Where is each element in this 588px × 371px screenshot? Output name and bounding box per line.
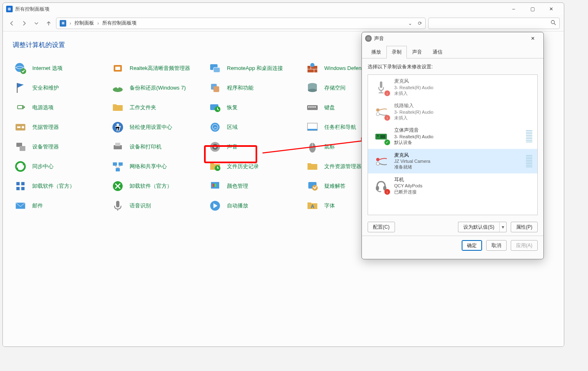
back-button[interactable] xyxy=(7,18,17,28)
cp-item-18[interactable]: 声音 xyxy=(205,137,302,157)
dialog-title: 声音 xyxy=(374,35,384,42)
svg-rect-25 xyxy=(310,106,312,108)
keyboard-icon xyxy=(305,101,319,115)
cp-item-5[interactable]: 备份和还原(Windows 7) xyxy=(108,78,205,98)
cp-item-21[interactable]: 网络和共享中心 xyxy=(108,157,205,176)
dialog-action-row: 配置(C) 设为默认值(S) ▾ 属性(P) xyxy=(362,218,543,236)
cp-item-label: 设备管理器 xyxy=(32,143,59,151)
region-icon xyxy=(208,120,222,134)
check-badge-icon: ✓ xyxy=(384,139,390,145)
ease-access-icon xyxy=(111,120,125,134)
cp-item-2[interactable]: RemoteApp 和桌面连接 xyxy=(205,58,302,78)
breadcrumb-2[interactable]: 所有控制面板项 xyxy=(102,20,137,27)
dialog-close-button[interactable]: ✕ xyxy=(525,32,540,45)
device-item-1[interactable]: ↓线路输入3- Realtek(R) Audio未插入 xyxy=(368,99,537,124)
search-input[interactable] xyxy=(432,20,550,27)
cp-item-24[interactable]: 卸载软件（官方） xyxy=(10,176,108,196)
svg-point-46 xyxy=(16,162,25,171)
programs-icon xyxy=(208,81,222,95)
device-item-4[interactable]: ↓耳机QCY AilyPods已断开连接 xyxy=(368,173,537,198)
cp-item-28[interactable]: 邮件 xyxy=(10,196,108,216)
address-bar[interactable]: ⊞ › 控制面板 › 所有控制面板项 ⌄ ⟳ xyxy=(56,18,426,29)
device-item-0[interactable]: ↓麦克风3- Realtek(R) Audio未插入 xyxy=(368,75,537,99)
color-mgmt-icon xyxy=(208,179,222,193)
cp-item-13[interactable]: 轻松使用设置中心 xyxy=(108,117,205,137)
cp-item-6[interactable]: 程序和功能 xyxy=(205,78,302,98)
refresh-icon[interactable]: ⟳ xyxy=(418,20,422,26)
mail-icon xyxy=(13,199,27,213)
svg-rect-47 xyxy=(113,162,117,166)
device-name: 线路输入 xyxy=(394,103,433,109)
breadcrumb-1[interactable]: 控制面板 xyxy=(74,20,94,27)
device-detail: 3- Realtek(R) Audio xyxy=(394,109,433,115)
svg-point-60 xyxy=(312,185,318,191)
svg-rect-4 xyxy=(115,67,120,70)
cp-item-26[interactable]: 颜色管理 xyxy=(205,176,302,196)
tab-播放[interactable]: 播放 xyxy=(366,46,386,58)
configure-button[interactable]: 配置(C) xyxy=(368,222,395,232)
cp-item-label: 区域 xyxy=(227,124,238,131)
tab-声音[interactable]: 声音 xyxy=(407,46,427,58)
cp-item-label: 字体 xyxy=(324,202,335,209)
cp-item-label: 工作文件夹 xyxy=(130,104,156,111)
uninstall-green-icon xyxy=(111,179,125,193)
svg-rect-75 xyxy=(380,135,385,138)
set-default-dropdown[interactable]: ▾ xyxy=(499,222,507,232)
svg-rect-36 xyxy=(307,129,317,130)
cp-item-25[interactable]: 卸载软件（官方） xyxy=(108,176,205,196)
line-in-icon: ↓ xyxy=(373,103,389,120)
cp-item-20[interactable]: 同步中心 xyxy=(10,157,108,176)
svg-rect-51 xyxy=(16,182,20,185)
svg-point-43 xyxy=(214,146,216,148)
tab-录制[interactable]: 录制 xyxy=(386,46,407,58)
cp-item-12[interactable]: 凭据管理器 xyxy=(10,117,108,137)
cp-item-9[interactable]: 工作文件夹 xyxy=(108,98,205,117)
speaker-icon xyxy=(208,140,222,154)
properties-button[interactable]: 属性(P) xyxy=(511,222,538,232)
up-button[interactable] xyxy=(44,18,54,28)
device-name: 麦克风 xyxy=(394,152,430,159)
recent-dropdown[interactable] xyxy=(31,18,41,28)
svg-point-77 xyxy=(376,162,379,165)
cp-item-22[interactable]: 文件历史记录 xyxy=(205,157,302,176)
svg-rect-74 xyxy=(377,135,379,137)
cp-item-8[interactable]: 电源选项 xyxy=(10,98,108,117)
maximize-button[interactable]: ▢ xyxy=(523,3,542,15)
svg-rect-53 xyxy=(16,187,20,190)
cp-item-1[interactable]: Realtek高清晰音频管理器 xyxy=(108,58,205,78)
cp-item-4[interactable]: 安全和维护 xyxy=(10,78,108,98)
apply-button[interactable]: 应用(A) xyxy=(511,240,538,251)
cancel-button[interactable]: 取消 xyxy=(486,240,507,251)
devices-printers-icon xyxy=(111,140,125,154)
ok-button[interactable]: 确定 xyxy=(462,240,482,251)
cp-item-29[interactable]: 语音识别 xyxy=(108,196,205,216)
tab-通信[interactable]: 通信 xyxy=(427,46,448,58)
svg-rect-26 xyxy=(312,106,314,108)
cp-item-label: Internet 选项 xyxy=(32,65,63,72)
cp-item-0[interactable]: Internet 选项 xyxy=(10,58,108,78)
device-status: 已断开连接 xyxy=(394,189,422,195)
cp-item-16[interactable]: 设备管理器 xyxy=(10,137,108,157)
chevron-down-icon[interactable]: ⌄ xyxy=(408,20,412,26)
folder-icon xyxy=(111,101,125,115)
device-detail: QCY AilyPods xyxy=(394,183,422,189)
recording-device-list[interactable]: ↓麦克风3- Realtek(R) Audio未插入↓线路输入3- Realte… xyxy=(368,74,538,215)
svg-point-78 xyxy=(376,186,379,191)
search-box[interactable] xyxy=(428,18,560,29)
cp-item-17[interactable]: 设备和打印机 xyxy=(108,137,205,157)
cp-item-10[interactable]: 恢复 xyxy=(205,98,302,117)
forward-button[interactable] xyxy=(19,18,29,28)
close-button[interactable]: ✕ xyxy=(542,3,561,15)
cp-item-30[interactable]: 自动播放 xyxy=(205,196,302,216)
minimize-button[interactable]: – xyxy=(504,3,523,15)
network-icon xyxy=(111,160,125,173)
device-item-3[interactable]: 麦克风JZ Virtual Camera准备就绪 xyxy=(368,149,537,173)
device-manager-icon xyxy=(13,140,27,154)
device-item-2[interactable]: ✓立体声混音3- Realtek(R) Audio默认设备 xyxy=(368,124,537,148)
cp-item-label: 凭据管理器 xyxy=(32,124,59,131)
svg-rect-20 xyxy=(18,106,22,108)
set-default-button[interactable]: 设为默认值(S) xyxy=(458,222,499,232)
titlebar: ⊞ 所有控制面板项 – ▢ ✕ xyxy=(3,3,564,15)
cp-item-label: 鼠标 xyxy=(324,143,335,151)
cp-item-14[interactable]: 区域 xyxy=(205,117,302,137)
